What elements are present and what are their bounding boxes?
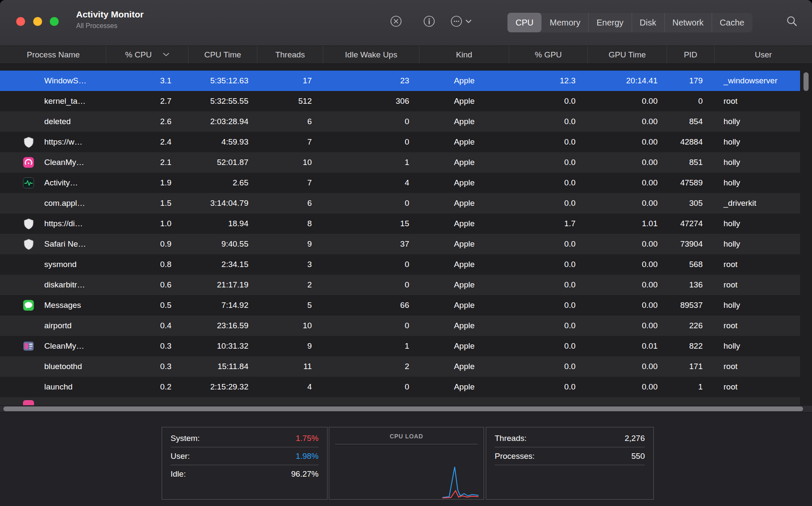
cell-user: holly <box>715 341 812 351</box>
cell-threads: 11 <box>257 362 323 371</box>
more-options-button[interactable] <box>449 14 474 30</box>
icon-slot-empty <box>23 198 34 209</box>
cell-gpu: 1.7 <box>509 219 588 228</box>
table-row[interactable]: Messages0.57:14.92566Apple0.00.0089537ho… <box>0 295 812 316</box>
inspect-process-button[interactable] <box>422 14 436 30</box>
cell-kind: Apple <box>419 178 509 188</box>
cell-user: root <box>715 321 812 330</box>
cell-threads: 512 <box>257 97 323 106</box>
vertical-scrollbar[interactable] <box>800 64 812 405</box>
system-label: System: <box>171 434 200 443</box>
table-row[interactable]: airportd0.423:16.59100Apple0.00.00226roo… <box>0 316 812 336</box>
segment-cache[interactable]: Cache <box>712 13 752 32</box>
cell-user: holly <box>715 301 812 310</box>
table-row[interactable]: https://di…1.018.94815Apple1.71.0147274h… <box>0 213 812 234</box>
segment-memory[interactable]: Memory <box>541 13 588 32</box>
cell-user: holly <box>715 117 812 126</box>
cell-cpu_time: 18.94 <box>188 219 257 228</box>
user-stat-row: User: 1.98% <box>171 447 319 465</box>
segment-energy[interactable]: Energy <box>588 13 631 32</box>
search-button[interactable] <box>785 14 799 30</box>
process-name: com.appl… <box>44 199 85 208</box>
table-row[interactable]: Safari Ne…0.99:40.55937Apple0.00.0073904… <box>0 234 812 254</box>
table-row[interactable]: kernel_ta…2.75:32:55.55512306Apple0.00.0… <box>0 91 812 111</box>
processes-label: Processes: <box>495 452 535 461</box>
column-header-kind[interactable]: Kind <box>419 46 509 63</box>
cell-cpu: 2.7 <box>106 97 188 106</box>
column-header-name[interactable]: Process Name <box>0 46 106 63</box>
cell-threads: 6 <box>257 117 323 126</box>
cell-pid: 171 <box>667 362 715 371</box>
cell-gpu_time: 0.00 <box>588 137 667 147</box>
cell-kind: Apple <box>419 97 509 106</box>
cell-name: https://di… <box>0 218 106 230</box>
magnifier-icon <box>785 14 799 30</box>
segment-disk[interactable]: Disk <box>632 13 664 32</box>
cell-idle_wake_ups: 0 <box>323 382 419 392</box>
cell-user: root <box>715 382 812 392</box>
table-row[interactable]: launchd0.22:15:29.3240Apple0.00.001root <box>0 377 812 397</box>
cell-cpu_time: 7:14.92 <box>188 301 257 310</box>
horizontal-scrollbar[interactable] <box>0 405 812 412</box>
partial-row-top[interactable] <box>0 64 812 71</box>
cell-cpu_time: 10:31.32 <box>188 341 257 351</box>
cell-gpu_time: 20:14.41 <box>588 76 667 85</box>
zoom-button[interactable] <box>50 17 59 26</box>
table-row[interactable]: bluetoothd0.315:11.84112Apple0.00.00171r… <box>0 356 812 377</box>
cpu-load-separator <box>335 444 478 444</box>
cell-cpu_time: 15:11.84 <box>188 362 257 371</box>
column-header-label: Threads <box>275 50 305 60</box>
partial-row-bottom[interactable] <box>0 397 812 405</box>
activity-monitor-icon <box>23 177 34 189</box>
cell-pid: 47589 <box>667 178 715 188</box>
table-row[interactable]: deleted2.62:03:28.9460Apple0.00.00854hol… <box>0 111 812 132</box>
column-header-user[interactable]: User <box>715 46 812 63</box>
table-row[interactable]: https://w…2.44:59.9370Apple0.00.0042884h… <box>0 132 812 152</box>
column-header-threads[interactable]: Threads <box>257 46 323 63</box>
table-row[interactable]: sysmond0.82:34.1530Apple0.00.00568root <box>0 254 812 275</box>
segment-cpu[interactable]: CPU <box>507 13 541 32</box>
table-row[interactable]: WindowS…3.15:35:12.631723Apple12.320:14.… <box>0 71 812 91</box>
table-row[interactable]: diskarbitr…0.621:17.1920Apple0.00.00136r… <box>0 275 812 295</box>
column-header-pid[interactable]: PID <box>667 46 715 63</box>
horizontal-scrollbar-thumb[interactable] <box>3 407 803 411</box>
cell-pid: 73904 <box>667 239 715 249</box>
shield-icon <box>23 239 34 250</box>
icon-slot-empty <box>23 279 34 291</box>
cell-kind: Apple <box>419 158 509 167</box>
column-header-cpu[interactable]: % CPU <box>106 46 188 63</box>
table-row[interactable]: CleanMy…0.310:31.3291Apple0.00.01822holl… <box>0 336 812 356</box>
cell-pid: 1 <box>667 382 715 392</box>
shield-icon <box>23 136 34 148</box>
table-body: WindowS…3.15:35:12.631723Apple12.320:14.… <box>0 71 812 397</box>
cleanmymac-menu-icon <box>23 341 34 352</box>
column-header-gpu[interactable]: % GPU <box>509 46 588 63</box>
table-row[interactable]: Activity…1.92.6574Apple0.00.0047589holly <box>0 173 812 193</box>
segment-network[interactable]: Network <box>664 13 712 32</box>
column-header-cpu_time[interactable]: CPU Time <box>188 46 257 63</box>
process-name: airportd <box>44 321 71 330</box>
column-header-idle_wake_ups[interactable]: Idle Wake Ups <box>323 46 419 63</box>
vertical-scrollbar-thumb[interactable] <box>803 72 809 91</box>
cell-cpu: 2.6 <box>106 117 188 126</box>
quit-process-button[interactable] <box>389 14 403 30</box>
cell-pid: 47274 <box>667 219 715 228</box>
sort-chevron-down-icon <box>163 53 169 57</box>
minimize-button[interactable] <box>33 17 42 26</box>
cell-idle_wake_ups: 0 <box>323 199 419 208</box>
cell-threads: 8 <box>257 219 323 228</box>
cell-user: root <box>715 260 812 269</box>
cell-idle_wake_ups: 1 <box>323 341 419 351</box>
icon-slot-empty <box>23 116 34 128</box>
cell-idle_wake_ups: 23 <box>323 76 419 85</box>
cell-cpu_time: 2.65 <box>188 178 257 188</box>
table-row[interactable]: com.appl…1.53:14:04.7960Apple0.00.00305_… <box>0 193 812 213</box>
table-row[interactable]: CleanMy…2.152:01.87101Apple0.00.00851hol… <box>0 152 812 173</box>
cell-gpu: 0.0 <box>509 199 588 208</box>
cell-cpu_time: 2:15:29.32 <box>188 382 257 392</box>
process-name: sysmond <box>44 260 77 269</box>
close-button[interactable] <box>16 17 25 26</box>
column-header-gpu_time[interactable]: GPU Time <box>588 46 667 63</box>
cell-pid: 822 <box>667 341 715 351</box>
process-name: kernel_ta… <box>44 97 85 106</box>
